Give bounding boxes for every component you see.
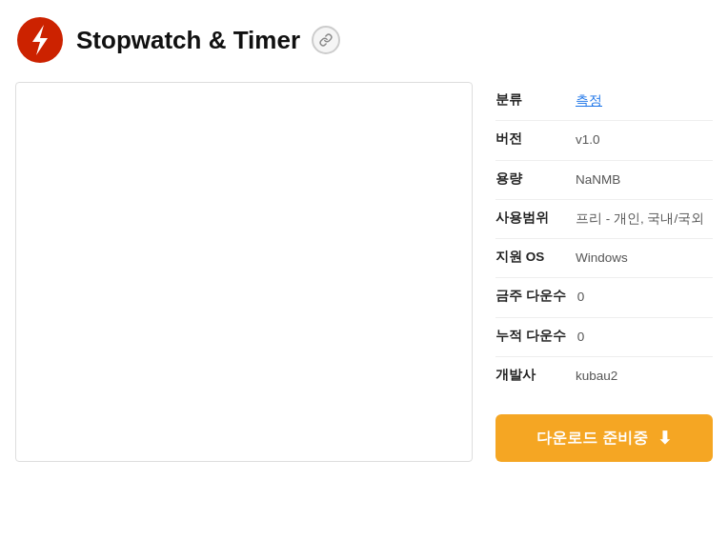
usage-value: 프리 - 개인, 국내/국외 — [576, 210, 704, 229]
developer-value: kubau2 — [576, 367, 617, 386]
weekly-row: 금주 다운수 0 — [495, 278, 713, 317]
weekly-value: 0 — [577, 288, 585, 307]
os-value: Windows — [576, 249, 628, 268]
size-label: 용량 — [495, 170, 564, 188]
usage-row: 사용범위 프리 - 개인, 국내/국외 — [495, 200, 713, 239]
category-label: 분류 — [495, 91, 564, 109]
app-header: Stopwatch & Timer — [15, 15, 713, 65]
total-label: 누적 다운수 — [495, 328, 566, 345]
developer-row: 개발사 kubau2 — [495, 357, 713, 395]
usage-label: 사용범위 — [495, 210, 564, 227]
link-button[interactable] — [312, 26, 340, 54]
info-panel: 분류 측정 버전 v1.0 용량 NaNMB 사용범위 프리 - 개인, 국내/… — [495, 82, 713, 462]
weekly-label: 금주 다운수 — [495, 288, 566, 305]
download-label: 다운로드 준비중 — [536, 429, 647, 449]
version-value: v1.0 — [576, 130, 600, 150]
download-button[interactable]: 다운로드 준비중 ⬇ — [495, 414, 713, 462]
app-title: Stopwatch & Timer — [76, 26, 300, 55]
os-label: 지원 OS — [495, 249, 564, 266]
category-value[interactable]: 측정 — [576, 91, 602, 110]
total-value: 0 — [577, 328, 585, 347]
developer-label: 개발사 — [495, 367, 564, 384]
app-icon — [15, 15, 65, 65]
size-value: NaNMB — [576, 170, 620, 190]
category-row: 분류 측정 — [495, 82, 713, 121]
total-row: 누적 다운수 0 — [495, 318, 713, 357]
main-content: 분류 측정 버전 v1.0 용량 NaNMB 사용범위 프리 - 개인, 국내/… — [15, 82, 713, 462]
version-label: 버전 — [495, 130, 564, 148]
preview-image-box — [15, 82, 473, 462]
download-icon: ⬇ — [657, 428, 672, 449]
size-row: 용량 NaNMB — [495, 161, 713, 200]
os-row: 지원 OS Windows — [495, 239, 713, 278]
version-row: 버전 v1.0 — [495, 121, 713, 160]
